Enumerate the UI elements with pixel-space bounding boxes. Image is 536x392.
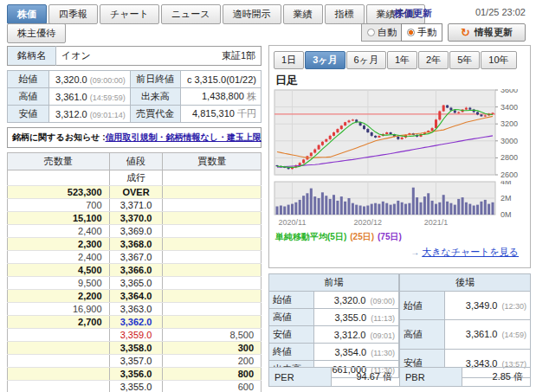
order-book-row: 3,357.0200 bbox=[8, 355, 262, 368]
svg-text:3400: 3400 bbox=[500, 103, 518, 112]
tab-news[interactable]: ニュース bbox=[161, 4, 221, 24]
sell-quantity: 700 bbox=[8, 199, 110, 212]
tab-shikiho[interactable]: 四季報 bbox=[48, 4, 98, 24]
tab-tekiji-kaiji[interactable]: 適時開示 bbox=[223, 4, 281, 24]
period-tab-2y[interactable]: 2年 bbox=[418, 51, 449, 69]
price-level: 3,356.0 bbox=[109, 368, 163, 381]
refresh-button-label: 情報更新 bbox=[475, 26, 513, 39]
large-chart-link[interactable]: 大きなチャートを見る bbox=[422, 247, 519, 257]
sell-quantity bbox=[8, 329, 110, 342]
svg-text:2800: 2800 bbox=[500, 153, 518, 162]
order-book-row: 2,3003,368.0 bbox=[8, 238, 262, 251]
tab-chart[interactable]: チャート bbox=[100, 4, 159, 24]
buy-quantity: 300 bbox=[163, 342, 262, 355]
order-book-row: 4,5003,366.0 bbox=[8, 264, 262, 277]
refresh-button[interactable]: ↻ 情報更新 bbox=[448, 23, 526, 42]
price-level: 3,362.0 bbox=[109, 316, 163, 329]
afternoon-session-time: (12:30) bbox=[501, 302, 526, 311]
buy-quantity bbox=[163, 170, 262, 186]
morning-session-row: 始値3,320.0(09:00) bbox=[269, 292, 399, 309]
morning-session-value-cell: 3,355.0(11:13) bbox=[314, 309, 399, 326]
price-level: 3,366.0 bbox=[109, 264, 163, 277]
order-book-row: 2,2003,364.0 bbox=[8, 290, 262, 303]
svg-text:2021/1: 2021/1 bbox=[424, 218, 449, 227]
stock-name-label: 銘柄名 bbox=[8, 47, 56, 66]
stock-name-table: 銘柄名 イオン 東証1部 bbox=[7, 46, 262, 66]
sell-quantity: 2,200 bbox=[8, 290, 110, 303]
turnover-label: 売買代金 bbox=[130, 106, 180, 123]
buy-quantity bbox=[163, 199, 262, 212]
notice-link[interactable]: 信用取引規制・銘柄情報なし・建玉上限 bbox=[106, 132, 262, 142]
chart-period-tabs: 1日3ヶ月6ヶ月1年2年5年10年 bbox=[274, 51, 526, 69]
order-book-table: 売数量 値段 買数量 成行523,300OVER7003,371.015,100… bbox=[7, 152, 262, 392]
notice-label: 銘柄に関するお知らせ : bbox=[12, 132, 106, 142]
price-level: 3,358.0 bbox=[109, 342, 163, 355]
buy-quantity: 800 bbox=[163, 368, 262, 381]
buy-quantity: 8,500 bbox=[163, 329, 262, 342]
afternoon-session-label: 高値 bbox=[400, 320, 445, 349]
radio-auto[interactable]: 自動 bbox=[362, 24, 402, 41]
afternoon-session-value: 3,349.0 bbox=[466, 300, 498, 311]
sell-quantity bbox=[8, 355, 110, 368]
buy-quantity bbox=[163, 238, 262, 251]
period-tab-3m[interactable]: 3ヶ月 bbox=[305, 51, 345, 69]
session-tables: 前場 始値3,320.0(09:00)高値3,355.0(11:13)安値3,3… bbox=[268, 273, 531, 378]
price-level: 3,357.0 bbox=[109, 355, 163, 368]
morning-session-value: 3,354.0 bbox=[334, 347, 366, 357]
morning-session-value-cell: 3,312.0(09:01) bbox=[314, 326, 399, 344]
price-level: 3,367.0 bbox=[109, 251, 163, 264]
open-value: 3,320.0 bbox=[55, 74, 87, 85]
price-level: OVER bbox=[109, 186, 163, 199]
stock-notice: 銘柄に関するお知らせ :信用取引規制・銘柄情報なし・建玉上限 bbox=[7, 127, 262, 148]
period-tab-5y[interactable]: 5年 bbox=[449, 51, 480, 69]
open-time: (09:00:00) bbox=[90, 76, 126, 85]
tab-kabuka[interactable]: 株価 bbox=[7, 4, 47, 24]
price-level: 3,371.0 bbox=[109, 199, 163, 212]
period-tab-6m[interactable]: 6ヶ月 bbox=[346, 51, 386, 69]
morning-session-label: 終値 bbox=[269, 344, 314, 361]
sell-quantity bbox=[8, 342, 110, 355]
pbr-label: PBR bbox=[400, 368, 462, 387]
order-book-row: 2,4003,367.0 bbox=[8, 251, 262, 264]
sell-quantity: 9,500 bbox=[8, 277, 110, 290]
morning-session-header: 前場 bbox=[269, 274, 399, 292]
order-book-row: 7003,371.0 bbox=[8, 199, 262, 212]
svg-text:3200: 3200 bbox=[500, 119, 518, 128]
radio-manual-label: 手動 bbox=[417, 26, 436, 39]
period-tab-1d[interactable]: 1日 bbox=[274, 51, 304, 69]
sell-quantity: 16,900 bbox=[8, 303, 110, 316]
price-update-label: 株価更新 bbox=[394, 7, 432, 20]
tab-gyoseki[interactable]: 業績 bbox=[283, 4, 323, 24]
daily-quote-table: 始値 3,320.0 (09:00:00) 前日終値 c 3,315.0(01/… bbox=[7, 70, 262, 123]
ma-legend-item-1: (25日) bbox=[350, 232, 374, 241]
volume-bar-chart: 4M2M0M2020/112020/122021/1 bbox=[274, 181, 526, 228]
radio-manual-icon bbox=[407, 29, 415, 36]
period-tab-10y[interactable]: 10年 bbox=[481, 51, 516, 69]
afternoon-session-header: 後場 bbox=[400, 274, 531, 292]
morning-session-value: 3,320.0 bbox=[334, 295, 366, 305]
turnover-unit: 千円 bbox=[237, 108, 256, 119]
buy-qty-header: 買数量 bbox=[163, 153, 262, 170]
order-book-row: 2,4003,369.0 bbox=[8, 225, 262, 238]
sell-quantity: 2,700 bbox=[8, 316, 110, 329]
tab-shareholder-benefits[interactable]: 株主優待 bbox=[7, 23, 66, 43]
volume-unit: 株 bbox=[247, 91, 256, 101]
volume-label: 出来高 bbox=[130, 88, 180, 106]
prev-close-label: 前日終値 bbox=[130, 71, 180, 88]
buy-quantity bbox=[163, 251, 262, 264]
radio-manual[interactable]: 手動 bbox=[402, 24, 442, 41]
svg-text:2020/12: 2020/12 bbox=[354, 218, 383, 227]
tab-shihyo[interactable]: 指標 bbox=[325, 4, 365, 24]
afternoon-session-table: 後場 始値3,349.0(12:30)高値3,361.0(14:59)安値3,3… bbox=[399, 273, 531, 378]
buy-quantity bbox=[163, 212, 262, 225]
svg-text:2020/11: 2020/11 bbox=[279, 218, 307, 227]
order-book-row: 9,5003,365.0 bbox=[8, 277, 262, 290]
order-book-header: 売数量 値段 買数量 bbox=[8, 153, 262, 170]
sell-qty-header: 売数量 bbox=[8, 153, 110, 170]
buy-quantity bbox=[163, 316, 262, 329]
ma-legend-item-0: 単純移動平均(5日) bbox=[275, 232, 346, 241]
morning-session-value-cell: 3,354.0(11:30) bbox=[314, 344, 399, 361]
morning-session-label: 安値 bbox=[269, 326, 314, 344]
period-tab-1y[interactable]: 1年 bbox=[387, 51, 417, 69]
price-level: 3,359.0 bbox=[109, 329, 163, 342]
